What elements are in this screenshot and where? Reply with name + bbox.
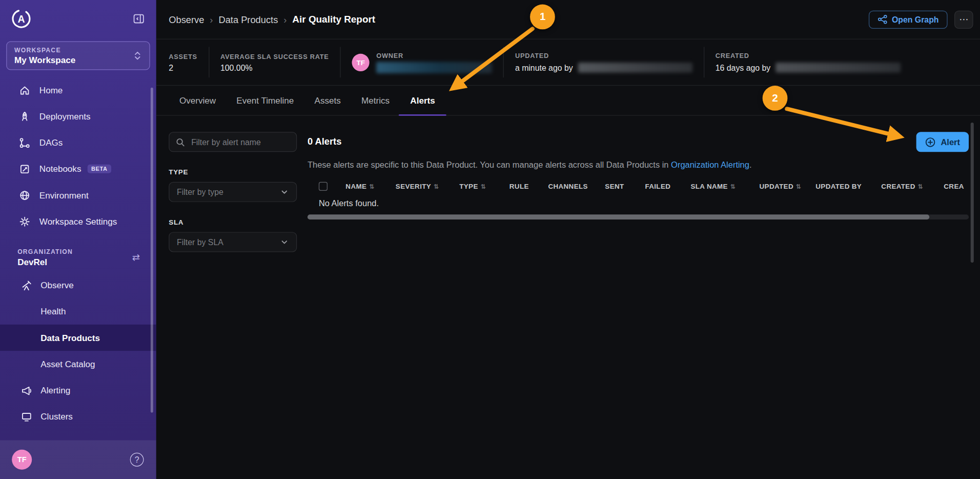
alerts-table-header: NAME⇅ SEVERITY⇅ TYPE⇅ RULE CHANNELS SENT… — [308, 179, 969, 193]
sidebar-scrollbar[interactable] — [151, 88, 153, 413]
vertical-scrollbar[interactable] — [971, 123, 974, 263]
open-graph-label: Open Graph — [892, 15, 939, 24]
search-input[interactable] — [190, 136, 290, 147]
sidebar-item-environment[interactable]: Environment — [0, 182, 156, 208]
open-graph-button[interactable]: Open Graph — [869, 10, 948, 28]
type-filter-value: Filter by type — [177, 187, 223, 196]
sidebar-item-alerting[interactable]: Alerting — [0, 377, 156, 403]
tab-overview[interactable]: Overview — [179, 86, 216, 115]
sidebar-item-label: Home — [39, 85, 63, 95]
breadcrumb-data-products[interactable]: Data Products — [218, 14, 278, 25]
sort-icon: ⇅ — [434, 183, 439, 190]
tab-assets[interactable]: Assets — [315, 86, 341, 115]
sidebar-item-label: Workspace Settings — [39, 216, 117, 227]
select-chevrons-icon — [133, 51, 142, 61]
workspace-selector[interactable]: WORKSPACE My Workspace — [6, 41, 150, 70]
redacted-created-by — [775, 63, 901, 73]
alerts-table: NAME⇅ SEVERITY⇅ TYPE⇅ RULE CHANNELS SENT… — [308, 179, 969, 219]
column-header-sent: SENT — [605, 183, 645, 190]
sidebar-item-data-products[interactable]: Data Products — [0, 325, 156, 351]
column-header-severity[interactable]: SEVERITY⇅ — [396, 183, 459, 190]
sidebar-item-label: Environment — [39, 190, 89, 201]
sidebar-item-label: Deployments — [39, 111, 91, 122]
empty-state-text: No Alerts found. — [308, 197, 969, 209]
breadcrumb-observe[interactable]: Observe — [169, 14, 204, 25]
column-header-sla-name[interactable]: SLA NAME⇅ — [690, 183, 759, 190]
stat-assets: ASSETS 2 — [169, 52, 209, 72]
description-text: These alerts are specific to this Data P… — [308, 160, 669, 169]
sidebar-item-dags[interactable]: DAGs — [0, 129, 156, 155]
add-alert-label: Alert — [941, 137, 960, 147]
help-icon[interactable]: ? — [130, 453, 144, 467]
description-suffix: . — [749, 160, 752, 169]
sidebar: A WORKSPACE My Workspace — [0, 0, 156, 479]
stat-label: AVERAGE SLA SUCCESS RATE — [220, 52, 329, 60]
tab-event-timeline[interactable]: Event Timeline — [236, 86, 294, 115]
stat-owner: TF OWNER — [341, 52, 503, 73]
sort-icon: ⇅ — [481, 183, 486, 190]
column-header-type[interactable]: TYPE⇅ — [459, 183, 509, 190]
sort-icon: ⇅ — [796, 183, 802, 190]
column-header-created-by: CREA — [944, 183, 969, 190]
sidebar-footer: TF ? — [0, 440, 156, 479]
alerts-tab-content: TYPE Filter by type SLA Filter by SLA — [156, 116, 980, 252]
more-options-button[interactable]: ⋯ — [954, 10, 973, 28]
sidebar-item-label: Alerting — [40, 385, 70, 395]
beta-badge: BETA — [88, 165, 111, 173]
workspace-nav: Home Deployments — [0, 77, 156, 234]
app-window: A WORKSPACE My Workspace — [0, 0, 980, 479]
chevron-down-icon — [280, 188, 289, 196]
type-filter-select[interactable]: Filter by type — [169, 182, 297, 202]
column-header-updated[interactable]: UPDATED⇅ — [760, 183, 816, 190]
column-header-rule: RULE — [509, 183, 548, 190]
updated-value: a minute ago by — [515, 63, 573, 72]
add-alert-button[interactable]: Alert — [916, 132, 969, 152]
tab-bar: Overview Event Timeline Assets Metrics A… — [156, 86, 980, 116]
owner-avatar: TF — [352, 53, 370, 71]
select-all-checkbox[interactable] — [319, 182, 328, 191]
collapse-sidebar-button[interactable] — [131, 11, 146, 26]
alerts-count-title: 0 Alerts — [308, 136, 341, 147]
search-icon — [176, 137, 185, 147]
monitor-icon — [21, 411, 32, 423]
globe-icon — [19, 189, 31, 201]
sidebar-item-deployments[interactable]: Deployments — [0, 103, 156, 129]
sidebar-item-health[interactable]: Health — [0, 298, 156, 325]
tab-alerts[interactable]: Alerts — [410, 86, 435, 115]
organization-eyebrow: ORGANIZATION — [17, 248, 73, 255]
switch-organization-icon[interactable]: ⇄ — [132, 252, 140, 263]
sidebar-item-workspace-settings[interactable]: Workspace Settings — [0, 208, 156, 234]
organization-alerting-link[interactable]: Organization Alerting — [671, 160, 749, 169]
notebook-icon — [19, 163, 31, 175]
sla-filter-select[interactable]: Filter by SLA — [169, 232, 297, 252]
alerts-description: These alerts are specific to this Data P… — [308, 159, 969, 171]
sort-icon: ⇅ — [918, 183, 924, 190]
sidebar-item-label: DAGs — [39, 137, 63, 148]
user-avatar[interactable]: TF — [12, 450, 32, 470]
sidebar-item-asset-catalog[interactable]: Asset Catalog — [0, 351, 156, 377]
astronomer-logo: A — [10, 8, 33, 30]
horizontal-scrollbar[interactable] — [308, 214, 969, 219]
sidebar-item-home[interactable]: Home — [0, 77, 156, 103]
column-header-failed: FAILED — [645, 183, 690, 190]
telescope-icon — [21, 279, 32, 291]
sidebar-item-observe[interactable]: Observe — [0, 272, 156, 298]
breadcrumb: Observe › Data Products › Air Quality Re… — [169, 14, 375, 25]
column-header-name[interactable]: NAME⇅ — [345, 183, 396, 190]
sidebar-item-notebooks[interactable]: Notebooks BETA — [0, 156, 156, 182]
svg-text:A: A — [17, 13, 25, 25]
column-header-created[interactable]: CREATED⇅ — [881, 183, 944, 190]
stat-sla-success-rate: AVERAGE SLA SUCCESS RATE 100.00% — [209, 52, 340, 72]
collapse-panel-icon — [133, 12, 145, 25]
dag-icon — [19, 136, 31, 148]
sort-icon: ⇅ — [730, 183, 736, 190]
stat-label: ASSETS — [169, 52, 197, 60]
sort-icon: ⇅ — [369, 183, 375, 190]
tab-metrics[interactable]: Metrics — [361, 86, 390, 115]
horizontal-scrollbar-thumb[interactable] — [308, 214, 929, 219]
alert-search — [169, 132, 297, 152]
stat-label: OWNER — [376, 52, 492, 59]
graph-icon — [877, 14, 888, 25]
stat-value: 100.00% — [220, 63, 329, 72]
sidebar-item-clusters[interactable]: Clusters — [0, 404, 156, 430]
